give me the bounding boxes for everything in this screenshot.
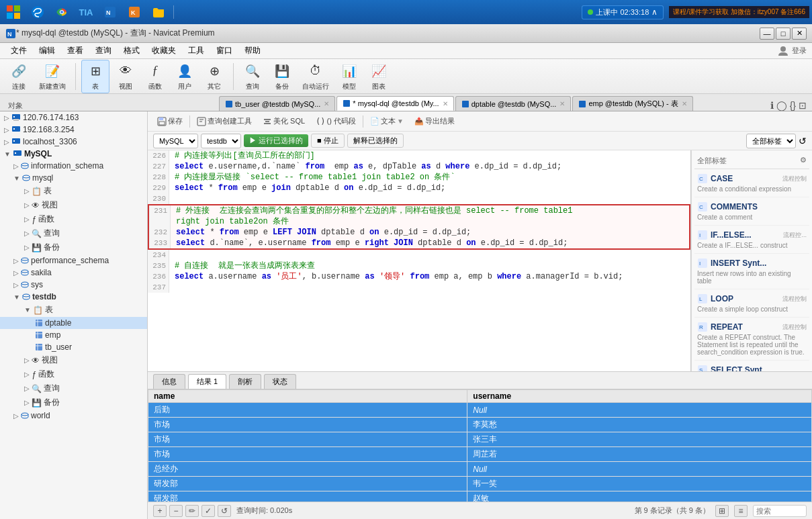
menu-tools[interactable]: 工具 [183, 44, 210, 58]
sidebar-item-mysql-db[interactable]: ▼ mysql [0, 172, 147, 184]
sidebar-item-dptable[interactable]: dptable [0, 317, 147, 329]
folder-icon[interactable] [148, 3, 169, 21]
sidebar-item-sakila[interactable]: ▷ sakila [0, 267, 147, 279]
toolbar-other[interactable]: ⊕ 其它 [201, 60, 228, 93]
sidebar-item-testdb-backup[interactable]: ▷ 💾 备份 [0, 395, 147, 410]
sidebar-item-connection3[interactable]: ▷ localhost_3306 [0, 136, 147, 148]
close-button[interactable]: ✕ [792, 28, 807, 40]
snippet-comments[interactable]: C COMMENTS Create a comment [694, 197, 809, 226]
menu-window[interactable]: 窗口 [211, 44, 238, 58]
toolbar-model[interactable]: 📊 模型 [336, 60, 363, 93]
taskbar-clock[interactable]: 上课中 02:33:18 ∧ [582, 5, 664, 19]
explain-button[interactable]: 解释已选择的 [347, 134, 404, 148]
refresh-btn[interactable]: ↺ [218, 505, 231, 517]
chrome-icon[interactable] [51, 3, 73, 21]
menu-view[interactable]: 查看 [62, 44, 89, 58]
add-row-btn[interactable]: + [153, 505, 167, 517]
tab-mysql-dql[interactable]: * mysql-dql @testdb (My... ✕ [336, 96, 453, 111]
toolbar-function[interactable]: ƒ 函数 [142, 60, 169, 93]
sidebar-item-connection1[interactable]: ▷ 120.76.174.163 [0, 111, 147, 124]
snippet-insert[interactable]: I INSERT Synt... Insert new rows into an… [694, 254, 809, 289]
toolbar-query[interactable]: 🔍 查询 [239, 60, 266, 93]
tags-select[interactable]: 全部标签 [746, 134, 796, 148]
toolbar-backup[interactable]: 💾 备份 [269, 60, 296, 93]
sidebar-item-testdb-func[interactable]: ▷ ƒ 函数 [0, 367, 147, 381]
snippet-select[interactable]: S SELECT Synt... Retrieve rows selected … [694, 361, 809, 371]
sidebar-item-testdb[interactable]: ▼ testdb [0, 291, 147, 303]
layout-button[interactable]: ⊡ [799, 100, 807, 111]
code-segment-btn[interactable]: () () 代码段 [312, 115, 360, 128]
info-button[interactable]: ℹ [770, 100, 774, 111]
sidebar-item-world[interactable]: ▷ world [0, 410, 147, 422]
list-view-btn[interactable]: ≡ [734, 505, 748, 517]
sidebar-item-mysql-view[interactable]: ▷ 👁 视图 [0, 198, 147, 212]
toolbar-view[interactable]: 👁 视图 [112, 60, 139, 93]
navicat-icon[interactable]: N [99, 3, 121, 21]
toolbar-new-query[interactable]: 📝 新建查询 [35, 60, 70, 93]
sidebar-item-mysql-table[interactable]: ▷ 📋 表 [0, 184, 147, 198]
tab-tb-user[interactable]: tb_user @testdb (MySQ... ✕ [219, 96, 335, 111]
maximize-button[interactable]: □ [776, 28, 791, 40]
menu-help[interactable]: 帮助 [239, 44, 266, 58]
sidebar-item-testdb-query[interactable]: ▷ 🔍 查询 [0, 381, 147, 395]
menu-favorites[interactable]: 收藏夹 [146, 44, 181, 58]
results-tab-info[interactable]: 信息 [153, 374, 185, 389]
snippet-loop[interactable]: L LOOP 流程控制 Create a simple loop constru… [694, 289, 809, 318]
sidebar-item-mysql-func[interactable]: ▷ ƒ 函数 [0, 212, 147, 226]
sidebar-item-mysql-backup[interactable]: ▷ 💾 备份 [0, 240, 147, 254]
sidebar-item-mysql[interactable]: ▼ MySQL [0, 148, 147, 160]
results-search-input[interactable] [753, 505, 807, 517]
table-row[interactable]: 研发部 赵敏 [148, 491, 812, 502]
table-row[interactable]: 市场 张三丰 [148, 432, 812, 447]
code-button[interactable]: {} [790, 100, 796, 111]
app5-icon[interactable]: K [124, 3, 145, 21]
sidebar-item-emp[interactable]: emp [0, 329, 147, 341]
table-row[interactable]: 市场 李莫愁 [148, 418, 812, 432]
sidebar-item-testdb-tables[interactable]: ▼ 📋 表 [0, 303, 147, 317]
tab-dptable[interactable]: dptable @testdb (MySQ... ✕ [455, 96, 572, 111]
menu-query[interactable]: 查询 [90, 44, 117, 58]
tab-emp[interactable]: emp @testdb (MySQL) - 表 ✕ [572, 96, 692, 111]
sidebar-item-sys[interactable]: ▷ sys [0, 279, 147, 291]
sidebar-item-connection2[interactable]: ▷ 192.168.3.254 [0, 124, 147, 136]
toolbar-connect[interactable]: 🔗 连接 [5, 60, 32, 93]
apply-btn[interactable]: ✓ [201, 505, 215, 517]
grid-view-btn[interactable]: ⊞ [715, 505, 729, 517]
toolbar-table[interactable]: ⊞ 表 [81, 60, 109, 93]
toolbar-chart[interactable]: 📈 图表 [365, 60, 392, 93]
table-row[interactable]: 市场 周芷若 [148, 447, 812, 462]
toolbar-autorun[interactable]: ⏱ 自动运行 [298, 60, 333, 93]
table-row[interactable]: 总经办 Null [148, 462, 812, 477]
tia-icon[interactable]: TIA [75, 3, 97, 21]
code-editor[interactable]: 226 # 内连接等列出[查询员工所在的部门] 227 select e.use… [148, 150, 691, 371]
table-row[interactable]: 后勤 Null [148, 403, 812, 418]
results-tab-profile[interactable]: 剖析 [229, 374, 261, 389]
export-btn[interactable]: 📤 导出结果 [410, 115, 459, 128]
stop-button[interactable]: ■ 停止 [311, 134, 345, 148]
dialect-select[interactable]: MySQL [153, 134, 198, 148]
start-button[interactable] [3, 3, 24, 21]
sidebar-item-mysql-query[interactable]: ▷ 🔍 查询 [0, 226, 147, 240]
sidebar-item-info-schema[interactable]: ▷ information_schema [0, 160, 147, 172]
refresh-icon[interactable]: ↺ [799, 136, 807, 146]
remove-row-btn[interactable]: − [169, 505, 183, 517]
minimize-button[interactable]: — [760, 28, 774, 40]
snippet-repeat[interactable]: R REPEAT 流程控制 Create a REPEAT construct.… [694, 318, 809, 361]
snippet-if-else[interactable]: I IF...ELSE... 流程控... Create a IF...ELSE… [694, 226, 809, 254]
toolbar-user[interactable]: 👤 用户 [171, 60, 198, 93]
results-tab-status[interactable]: 状态 [264, 374, 296, 389]
sidebar-item-perf-schema[interactable]: ▷ performance_schema [0, 254, 147, 267]
query-create-tool[interactable]: 查询创建工具 [193, 115, 256, 128]
text-btn[interactable]: 📄 文本 ▼ [366, 115, 408, 128]
sidebar-item-testdb-view[interactable]: ▷ 👁 视图 [0, 353, 147, 367]
beautify-btn[interactable]: 美化 SQL [259, 115, 309, 128]
table-row[interactable]: 研发部 韦一笑 [148, 477, 812, 491]
run-selected-button[interactable]: ▶ 运行已选择的 [244, 134, 308, 147]
edit-row-btn[interactable]: ✏ [185, 505, 199, 517]
right-panel-settings[interactable]: ⚙ [800, 156, 807, 166]
results-tab-result1[interactable]: 结果 1 [188, 374, 226, 389]
menu-edit[interactable]: 编辑 [34, 44, 60, 58]
sidebar-item-tb-user[interactable]: tb_user [0, 341, 147, 353]
circle-button[interactable]: ◯ [776, 100, 787, 111]
snippet-case[interactable]: C CASE 流程控制 Create a conditional express… [694, 169, 809, 197]
